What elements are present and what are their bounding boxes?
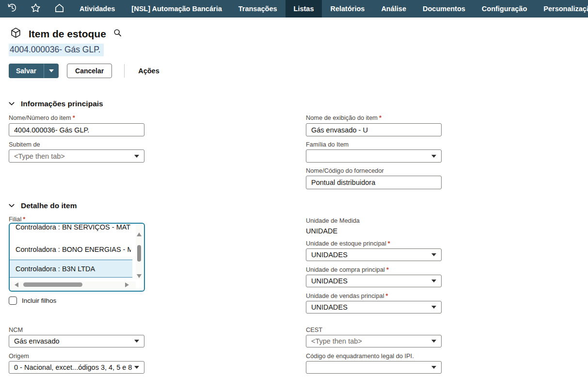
- required-marker: *: [386, 292, 388, 299]
- vendor-input[interactable]: [306, 176, 442, 189]
- vertical-scroll-thumb[interactable]: [137, 245, 141, 262]
- horizontal-scroll-thumb[interactable]: [23, 282, 82, 287]
- history-button[interactable]: [0, 0, 24, 17]
- collapse-chevron-icon[interactable]: [9, 204, 15, 208]
- include-children-checkbox-row[interactable]: Incluir filhos: [9, 297, 56, 305]
- purchase-unit-value: UNIDADES: [311, 277, 348, 285]
- scroll-down-icon[interactable]: [137, 274, 142, 278]
- scroll-up-icon[interactable]: [137, 232, 142, 236]
- section-title: Informações principais: [21, 99, 103, 108]
- unit-type-label: Unidade de Medida: [306, 217, 360, 224]
- subitem-select[interactable]: <Type then tab>: [9, 149, 144, 163]
- nav-item-listas[interactable]: Listas: [286, 0, 322, 17]
- home-icon: [54, 2, 65, 16]
- vendor-label: Nome/Código do fornecedor: [306, 167, 384, 174]
- history-icon: [7, 2, 17, 15]
- sale-unit-label: Unidade de vendas principal*: [306, 292, 388, 299]
- chevron-down-icon: [431, 253, 436, 256]
- display-name-input[interactable]: [306, 123, 442, 136]
- horizontal-scrollbar[interactable]: [11, 281, 136, 289]
- stock-unit-label: Unidade de estoque principal*: [306, 240, 390, 247]
- section-main-info-header: Informações principais: [9, 99, 103, 108]
- chevron-down-icon: [431, 155, 436, 158]
- item-name-input[interactable]: [9, 123, 144, 136]
- purchase-unit-select[interactable]: UNIDADES: [306, 275, 442, 287]
- item-family-select[interactable]: [306, 149, 442, 163]
- list-item[interactable]: Controladora : BONO ENERGIAS - MAT: [10, 241, 131, 258]
- save-button[interactable]: Salvar: [9, 64, 44, 78]
- nav-item-documentos[interactable]: Documentos: [414, 0, 474, 17]
- ncm-value: Gás envasado: [14, 337, 60, 345]
- collapse-chevron-icon[interactable]: [9, 102, 15, 106]
- top-navigation: Atividades [NSL] Automação Bancária Tran…: [0, 0, 588, 17]
- inventory-item-icon: [10, 27, 22, 41]
- item-name-label: Nome/Número do item*: [9, 114, 75, 121]
- required-marker: *: [379, 114, 381, 121]
- stock-unit-value: UNIDADES: [311, 251, 348, 259]
- cest-placeholder: <Type then tab>: [311, 337, 362, 345]
- nav-item-atividades[interactable]: Atividades: [71, 0, 123, 17]
- vertical-scrollbar[interactable]: [136, 225, 143, 279]
- subitem-placeholder: <Type then tab>: [14, 152, 65, 160]
- action-buttons: Salvar Cancelar Ações: [9, 64, 159, 78]
- required-marker: *: [386, 266, 389, 273]
- cest-select[interactable]: <Type then tab>: [306, 335, 442, 347]
- section-title: Detalhe do item: [21, 201, 77, 210]
- stock-unit-select[interactable]: UNIDADES: [306, 248, 442, 261]
- purchase-unit-label: Unidade de compra principal*: [306, 266, 389, 273]
- list-item-selected[interactable]: Controladora : B3N LTDA: [10, 260, 132, 278]
- actions-menu[interactable]: Ações: [138, 67, 159, 75]
- subsidiary-multiselect[interactable]: Controladora : BN SERVIÇOS - MATRIZ Cont…: [9, 223, 145, 292]
- nav-item-transacoes[interactable]: Transações: [230, 0, 286, 17]
- nav-item-relatorios[interactable]: Relatórios: [322, 0, 373, 17]
- chevron-down-icon: [431, 340, 436, 343]
- chevron-down-icon: [431, 306, 436, 309]
- origem-value: 0 - Nacional, excet...ódigos 3, 4, 5 e 8: [14, 363, 132, 371]
- scroll-right-icon[interactable]: [125, 282, 129, 287]
- required-marker: *: [73, 114, 75, 121]
- chevron-down-icon: [134, 155, 139, 158]
- subsidiary-label: Filial*: [9, 215, 25, 223]
- nav-item-configuracao[interactable]: Configuração: [474, 0, 535, 17]
- chevron-down-icon: [134, 340, 139, 343]
- include-children-label: Incluir filhos: [22, 297, 56, 304]
- chevron-down-icon: [134, 366, 139, 369]
- required-marker: *: [388, 240, 390, 247]
- nav-item-analise[interactable]: Análise: [373, 0, 414, 17]
- page-header: Item de estoque: [10, 27, 122, 41]
- origem-select[interactable]: 0 - Nacional, excet...ódigos 3, 4, 5 e 8: [9, 361, 144, 374]
- search-icon[interactable]: [113, 28, 122, 39]
- favorites-button[interactable]: [24, 0, 48, 17]
- chevron-down-icon: [431, 280, 436, 282]
- section-item-detail-header: Detalhe do item: [9, 201, 77, 210]
- item-family-label: Família do Item: [306, 141, 349, 148]
- ncm-select[interactable]: Gás envasado: [9, 335, 144, 347]
- cest-label: CEST: [306, 326, 322, 333]
- save-dropdown-button[interactable]: [44, 64, 59, 78]
- home-button[interactable]: [48, 0, 71, 17]
- chevron-down-icon: [431, 366, 436, 369]
- nav-item-personalizacao[interactable]: Personalização: [535, 0, 588, 17]
- button-divider: [124, 64, 125, 78]
- scroll-left-icon[interactable]: [15, 282, 18, 287]
- ipi-code-select[interactable]: [306, 361, 442, 374]
- ncm-label: NCM: [9, 326, 23, 333]
- display-name-label: Nome de exibição do item*: [306, 114, 381, 121]
- checkbox-unchecked[interactable]: [9, 297, 17, 305]
- star-icon: [30, 2, 41, 16]
- sale-unit-select[interactable]: UNIDADES: [306, 301, 442, 313]
- required-marker: *: [23, 215, 25, 223]
- cancel-button[interactable]: Cancelar: [67, 64, 112, 78]
- unit-type-value: UNIDADE: [306, 227, 337, 235]
- subitem-label: Subitem de: [9, 141, 40, 148]
- nav-bottom-strip: [0, 17, 588, 19]
- nav-item-nsl-automacao-bancaria[interactable]: [NSL] Automação Bancária: [123, 0, 230, 17]
- sale-unit-value: UNIDADES: [311, 303, 348, 311]
- list-item[interactable]: Controladora : BN SERVIÇOS - MATRIZ: [10, 223, 131, 235]
- origem-label: Origem: [9, 352, 29, 360]
- page-title: Item de estoque: [29, 28, 106, 40]
- record-name: 4004.000036- Gás GLP.: [9, 44, 104, 56]
- chevron-down-icon: [49, 69, 54, 72]
- ipi-code-label: Código de enquadramento legal do IPI.: [306, 352, 414, 360]
